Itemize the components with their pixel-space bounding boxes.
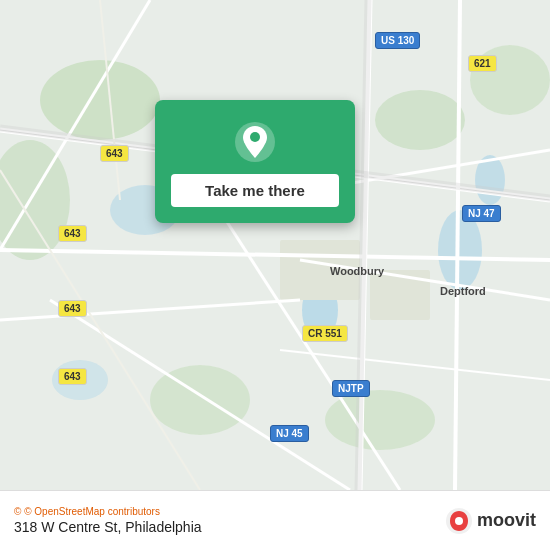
moovit-text: moovit [477,510,536,531]
road-badge-njtp: NJTP [332,380,370,397]
road-badge-643-4: 643 [58,368,87,385]
svg-point-31 [250,132,260,142]
address-text: 318 W Centre St, Philadelphia [14,519,202,535]
moovit-icon [445,507,473,535]
svg-point-33 [455,517,463,525]
map-container: Woodbury Deptford 643 643 643 643 US 130… [0,0,550,490]
location-pin-icon [233,120,277,164]
svg-point-6 [40,60,160,140]
osm-copyright: © [14,506,21,517]
svg-rect-12 [280,240,360,300]
osm-credit: © © OpenStreetMap contributors [14,506,202,517]
location-card: Take me there [155,100,355,223]
road-badge-nj47: NJ 47 [462,205,501,222]
road-badge-643-1: 643 [100,145,129,162]
take-me-there-button[interactable]: Take me there [171,174,339,207]
road-badge-nj45: NJ 45 [270,425,309,442]
svg-point-2 [438,210,482,290]
road-badge-621: 621 [468,55,497,72]
svg-point-9 [375,90,465,150]
moovit-logo: moovit [445,507,536,535]
road-badge-cr551: CR 551 [302,325,348,342]
road-badge-643-3: 643 [58,300,87,317]
road-badge-643-2: 643 [58,225,87,242]
osm-text: © OpenStreetMap contributors [24,506,160,517]
svg-point-8 [150,365,250,435]
bottom-bar: © © OpenStreetMap contributors 318 W Cen… [0,490,550,550]
bottom-left: © © OpenStreetMap contributors 318 W Cen… [14,506,202,535]
road-badge-us130: US 130 [375,32,420,49]
